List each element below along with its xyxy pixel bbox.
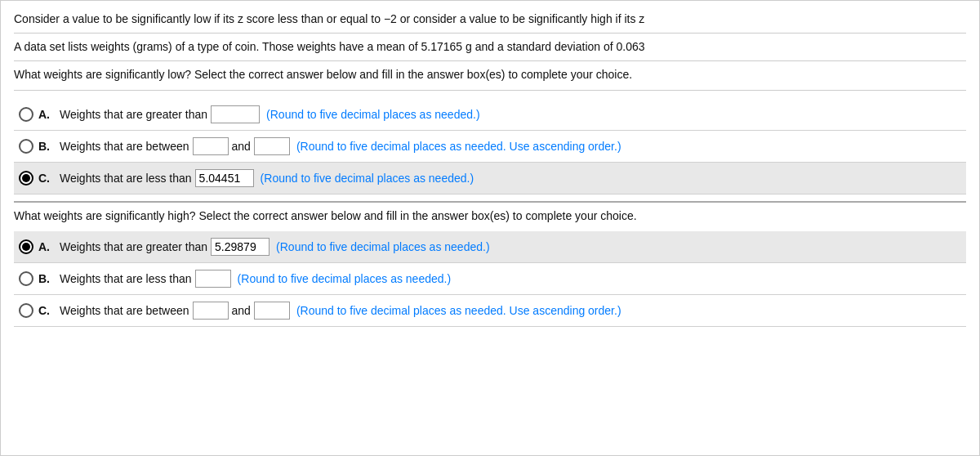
low-b-label: B. xyxy=(38,138,56,155)
low-b-input1[interactable] xyxy=(193,137,229,155)
high-b-prefix: Weights that are less than xyxy=(60,270,192,288)
high-options-section: A. Weights that are greater than (Round … xyxy=(14,231,966,327)
low-c-label: C. xyxy=(38,170,56,187)
high-a-input1[interactable] xyxy=(211,238,270,256)
low-options-section: A. Weights that are greater than (Round … xyxy=(14,99,966,194)
radio-high-a[interactable] xyxy=(19,239,33,254)
high-question: What weights are significantly high? Sel… xyxy=(14,208,966,228)
low-question: What weights are significantly low? Sele… xyxy=(14,66,966,91)
low-option-c[interactable]: C. Weights that are less than (Round to … xyxy=(14,163,966,194)
low-c-prefix: Weights that are less than xyxy=(60,170,192,187)
low-a-input1[interactable] xyxy=(211,105,260,123)
section-divider xyxy=(14,201,966,203)
low-a-label: A. xyxy=(38,106,56,123)
low-a-hint: (Round to five decimal places as needed.… xyxy=(266,106,479,123)
low-c-hint: (Round to five decimal places as needed.… xyxy=(261,170,474,187)
low-option-a[interactable]: A. Weights that are greater than (Round … xyxy=(14,99,966,131)
low-b-connector: and xyxy=(232,138,251,155)
radio-low-c[interactable] xyxy=(19,171,33,186)
high-c-prefix: Weights that are between xyxy=(60,302,189,320)
high-option-c[interactable]: C. Weights that are between and (Round t… xyxy=(14,295,966,327)
high-option-a[interactable]: A. Weights that are greater than (Round … xyxy=(14,231,966,263)
intro-line1: Consider a value to be significantly low… xyxy=(14,11,966,34)
high-c-input1[interactable] xyxy=(193,302,229,320)
high-b-label: B. xyxy=(38,270,56,288)
low-b-input2[interactable] xyxy=(254,137,290,155)
high-c-input2[interactable] xyxy=(254,302,290,320)
radio-low-c-dot xyxy=(22,174,30,182)
high-b-hint: (Round to five decimal places as needed.… xyxy=(238,270,451,288)
low-b-content: Weights that are between and (Round to f… xyxy=(60,137,621,155)
low-a-content: Weights that are greater than (Round to … xyxy=(60,105,480,123)
high-a-label: A. xyxy=(38,239,56,256)
low-b-prefix: Weights that are between xyxy=(60,138,189,155)
high-b-input1[interactable] xyxy=(195,270,231,288)
high-a-prefix: Weights that are greater than xyxy=(60,239,207,256)
low-b-hint: (Round to five decimal places as needed.… xyxy=(296,138,621,155)
radio-low-a[interactable] xyxy=(19,107,33,122)
high-option-b[interactable]: B. Weights that are less than (Round to … xyxy=(14,263,966,295)
high-a-content: Weights that are greater than (Round to … xyxy=(60,238,490,256)
low-c-content: Weights that are less than (Round to fiv… xyxy=(60,169,474,187)
high-c-connector: and xyxy=(232,302,251,320)
intro-line2: A data set lists weights (grams) of a ty… xyxy=(14,38,966,61)
high-c-hint: (Round to five decimal places as needed.… xyxy=(296,302,621,320)
radio-low-b[interactable] xyxy=(19,139,33,154)
radio-high-a-dot xyxy=(22,243,30,251)
high-a-hint: (Round to five decimal places as needed.… xyxy=(276,239,489,256)
low-a-prefix: Weights that are greater than xyxy=(60,106,207,123)
radio-high-c[interactable] xyxy=(19,303,33,318)
main-container: Consider a value to be significantly low… xyxy=(0,0,980,456)
high-c-label: C. xyxy=(38,302,56,320)
high-b-content: Weights that are less than (Round to fiv… xyxy=(60,270,451,288)
radio-high-b[interactable] xyxy=(19,271,33,286)
low-option-b[interactable]: B. Weights that are between and (Round t… xyxy=(14,131,966,163)
low-c-input1[interactable] xyxy=(195,169,254,187)
high-c-content: Weights that are between and (Round to f… xyxy=(60,302,621,320)
